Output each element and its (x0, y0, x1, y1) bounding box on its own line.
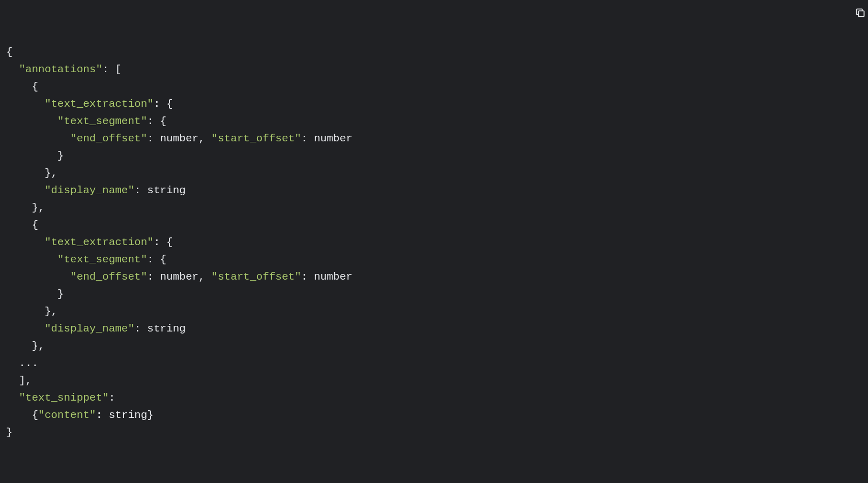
key-text-segment: "text_segment" (57, 115, 147, 127)
colon: : (147, 115, 160, 127)
colon: : (109, 392, 115, 404)
brace-open: { (32, 219, 38, 231)
key-text-extraction: "text_extraction" (45, 236, 154, 248)
key-end-offset: "end_offset" (70, 133, 147, 144)
brace-close: } (147, 409, 154, 421)
key-content: "content" (38, 409, 96, 421)
colon: : (96, 409, 108, 421)
type-string: string (147, 323, 186, 335)
brace-open: { (166, 236, 173, 248)
key-end-offset: "end_offset" (70, 271, 147, 283)
type-string: string (109, 409, 148, 421)
brace-close: } (57, 150, 64, 162)
svg-rect-0 (858, 11, 864, 16)
colon: : (301, 271, 314, 283)
key-start-offset: "start_offset" (211, 133, 301, 144)
comma: , (198, 271, 211, 283)
type-number: number (160, 271, 198, 283)
colon: : (102, 64, 115, 75)
key-display-name: "display_name" (45, 185, 134, 196)
copy-icon (844, 0, 866, 27)
brace-open: { (160, 254, 166, 265)
colon: : (147, 271, 160, 283)
bracket-close-comma: ], (19, 375, 32, 386)
key-text-snippet: "text_snippet" (19, 392, 108, 404)
colon: : (147, 133, 160, 144)
key-start-offset: "start_offset" (211, 271, 301, 283)
type-number: number (160, 133, 198, 144)
ellipsis: ... (19, 357, 38, 369)
code-content: { "annotations": [ { "text_extraction": … (6, 44, 862, 441)
colon: : (147, 254, 160, 265)
brace-close: } (6, 427, 13, 438)
colon: : (154, 98, 166, 110)
comma: , (198, 133, 211, 144)
brace-close-comma: }, (45, 306, 57, 317)
brace-close-comma: }, (45, 167, 57, 179)
type-number: number (314, 133, 353, 144)
type-string: string (147, 185, 186, 196)
key-text-segment: "text_segment" (57, 254, 147, 265)
brace-close: } (57, 288, 64, 300)
key-annotations: "annotations" (19, 64, 102, 75)
key-display-name: "display_name" (45, 323, 134, 335)
key-text-extraction: "text_extraction" (45, 98, 154, 110)
copy-button[interactable] (846, 4, 864, 22)
brace-open: { (32, 409, 38, 421)
brace-open: { (166, 98, 173, 110)
colon: : (301, 133, 314, 144)
brace-close-comma: }, (32, 202, 44, 214)
brace-open: { (6, 46, 13, 58)
code-block: { "annotations": [ { "text_extraction": … (0, 0, 868, 468)
brace-open: { (32, 81, 38, 93)
brace-open: { (160, 115, 166, 127)
bracket-open: [ (115, 64, 122, 75)
colon: : (134, 185, 147, 196)
colon: : (154, 236, 166, 248)
colon: : (134, 323, 147, 335)
type-number: number (314, 271, 353, 283)
brace-close-comma: }, (32, 340, 44, 352)
